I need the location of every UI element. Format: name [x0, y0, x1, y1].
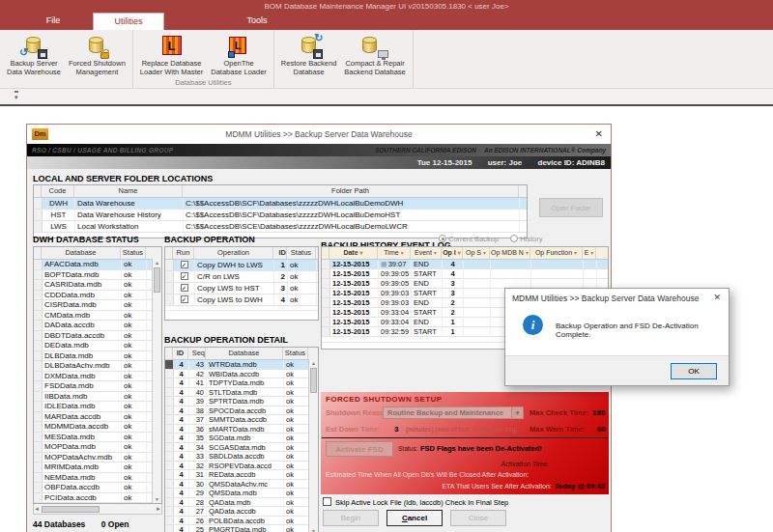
detail-row[interactable]: 4 25 PMGRTData.mdb ok: [165, 525, 318, 532]
scroll-down-icon[interactable]: ▼: [153, 496, 161, 502]
tab-file[interactable]: File: [31, 13, 75, 30]
scroll-right-icon[interactable]: ►: [156, 506, 161, 512]
detail-row[interactable]: 4 40 STLTData.mdb ok: [165, 388, 318, 398]
column-header-op-s[interactable]: Op S: [463, 247, 490, 259]
column-header-database[interactable]: Database: [42, 247, 121, 259]
shutdown-reason-select[interactable]: Routine Backup and Maintenance ▾: [383, 406, 524, 419]
detail-row[interactable]: 4 41 TDPTYData.mdb ok: [165, 378, 318, 388]
open-database-loader-button[interactable]: L OpenThe Database Loader: [207, 32, 271, 77]
detail-row[interactable]: 4 29 QMSData.mdb ok: [165, 489, 318, 498]
database-row[interactable]: OBFData.accdb ok: [34, 483, 161, 493]
detail-row[interactable]: 4 30 QMSDataAchv.mc ok: [165, 480, 318, 490]
scrollbar-vertical[interactable]: ▲ ▼: [308, 359, 318, 532]
column-header-e[interactable]: E: [583, 247, 596, 259]
compact-repair-backend-database-button[interactable]: Compact & Repair Backend Database: [340, 32, 409, 77]
column-header-event[interactable]: Event: [411, 247, 442, 259]
detail-row[interactable]: 4 32 RSOPEVData.accd ok: [165, 462, 318, 471]
chevron-down-icon[interactable]: ▾: [511, 407, 523, 418]
radio-history[interactable]: [510, 235, 518, 242]
ok-button[interactable]: OK: [671, 363, 717, 379]
run-checkbox[interactable]: ✓: [181, 284, 188, 292]
detail-row[interactable]: 4 27 QAData.accdb ok: [165, 507, 318, 517]
forced-shutdown-management-button[interactable]: Forced Shutdown Management: [65, 32, 129, 77]
scroll-left-icon[interactable]: ◄: [34, 506, 40, 512]
database-row[interactable]: DLBDataAchv.mdb ok: [34, 361, 161, 372]
database-row[interactable]: MRIMData.mdb ok: [34, 462, 161, 473]
detail-row[interactable]: 4 39 SPTRTData.mdb ok: [165, 397, 318, 406]
scroll-thumb[interactable]: [42, 506, 100, 513]
column-header-op-id[interactable]: Op I: [442, 247, 463, 259]
database-row[interactable]: CMData.mdb ok: [34, 311, 161, 322]
database-row[interactable]: CISRData.mdb ok: [34, 300, 161, 311]
close-icon[interactable]: ✕: [595, 125, 603, 144]
scroll-up-icon[interactable]: ▲: [309, 360, 318, 366]
tab-tools[interactable]: Tools: [230, 13, 284, 30]
detail-row[interactable]: 4 28 QAData.mdb ok: [165, 498, 318, 508]
close-icon[interactable]: ✕: [713, 293, 721, 302]
database-row[interactable]: FSDData.mdb ok: [34, 381, 161, 392]
database-row[interactable]: IDLEData.mdb ok: [34, 402, 161, 412]
operation-row[interactable]: ✓ Copy LWS to HST 3 ok: [165, 283, 318, 294]
folder-row[interactable]: DWH Data Warehouse C:\$$AccessDB\SCF\Dat…: [34, 198, 527, 210]
database-row[interactable]: MARData.accdb ok: [34, 412, 161, 423]
operation-row[interactable]: ✓ Copy LWS to DWH 4 ok: [165, 294, 318, 306]
detail-row[interactable]: 4 42 WBIData.accdb ok: [165, 370, 318, 379]
replace-database-loader-button[interactable]: L Replace Database Loader With Master: [136, 32, 207, 77]
detail-row[interactable]: 4 43 WTRData.mdb ok: [165, 360, 318, 370]
database-row[interactable]: BOPTData.mdb ok: [34, 270, 161, 281]
skip-lock-checkbox[interactable]: [323, 497, 331, 506]
column-header-time[interactable]: Time: [378, 247, 411, 259]
toolbar-customize-icon[interactable]: ▾: [14, 91, 18, 101]
run-checkbox[interactable]: ✓: [181, 272, 188, 280]
database-row[interactable]: MOPDataAchv.mdb ok: [34, 453, 161, 463]
event-row[interactable]: 12-15-2015 39:07 END 4: [322, 260, 608, 269]
column-header-date[interactable]: Date: [329, 247, 378, 259]
operation-row[interactable]: ✓ C/R on LWS 2 ok: [165, 271, 318, 283]
database-row[interactable]: IIBData.mdb ok: [34, 392, 161, 403]
database-row[interactable]: DEData.mdb ok: [34, 341, 161, 351]
radio-current-backup[interactable]: [439, 235, 446, 242]
database-row[interactable]: CASRIData.mdb ok: [34, 280, 161, 291]
activate-fsd-button[interactable]: Activate FSD: [326, 441, 393, 457]
operation-row[interactable]: ✓ Copy DWH to LWS 1 ok: [165, 260, 318, 271]
database-row[interactable]: MESData.mdb ok: [34, 433, 161, 443]
column-header-seq[interactable]: Seq: [188, 348, 206, 359]
cancel-button[interactable]: Cancel: [386, 510, 443, 526]
column-header-database[interactable]: Database: [206, 348, 283, 359]
scrollbar-horizontal[interactable]: ◄ ►: [33, 504, 162, 515]
close-button[interactable]: Close: [450, 510, 506, 526]
detail-row[interactable]: 4 38 SPOCData.accdb ok: [165, 406, 318, 416]
column-header-op-mdb[interactable]: Op MDB N: [490, 247, 530, 259]
database-row[interactable]: PCIData.accdb ok: [34, 493, 161, 504]
detail-row[interactable]: 4 26 POLBData.accdb ok: [165, 517, 318, 526]
column-header-status[interactable]: Status: [287, 247, 316, 259]
detail-row[interactable]: 4 36 sMARTData.mdb ok: [165, 425, 318, 434]
column-header-run[interactable]: Run: [173, 247, 194, 259]
backup-server-data-warehouse-button[interactable]: ↺ Backup Server Data Warehouse: [3, 32, 65, 77]
folder-row[interactable]: HST Data Warehouse History C:\$$AccessDB…: [34, 210, 527, 221]
column-header-id[interactable]: ID: [273, 247, 287, 259]
database-row[interactable]: DXMData.mdb ok: [34, 372, 161, 382]
detail-row[interactable]: 4 31 REData.accdb ok: [165, 470, 318, 480]
column-header-id[interactable]: ID: [173, 348, 188, 359]
column-header-code[interactable]: Code: [42, 185, 74, 197]
database-row[interactable]: MDMMData.accdb ok: [34, 422, 161, 433]
database-row[interactable]: CDDData.mdb ok: [34, 291, 161, 301]
column-header-status[interactable]: Status: [283, 348, 308, 359]
database-row[interactable]: DLBData.mdb ok: [34, 351, 161, 362]
detail-row[interactable]: 4 37 SMMTData.accdb ok: [165, 415, 318, 425]
database-row[interactable]: NEMData.mdb ok: [34, 473, 161, 484]
run-checkbox[interactable]: ✓: [181, 295, 188, 303]
detail-row[interactable]: 4 35 SGData.mdb ok: [165, 434, 318, 443]
restore-backend-database-button[interactable]: ↻ Restore Backend Database: [277, 32, 341, 77]
scroll-down-icon[interactable]: ▼: [309, 528, 318, 532]
run-checkbox[interactable]: ✓: [181, 261, 188, 268]
tab-utilities[interactable]: Utilities: [93, 13, 164, 30]
column-header-status[interactable]: Status: [121, 247, 146, 259]
scroll-up-icon[interactable]: ▲: [153, 260, 161, 266]
detail-row[interactable]: 4 34 SCGASData.mdb ok: [165, 443, 318, 453]
scroll-thumb[interactable]: [310, 368, 317, 393]
column-header-folder-path[interactable]: Folder Path: [183, 185, 519, 197]
event-row[interactable]: 12-15-2015 09:39:05 START 4: [322, 269, 608, 279]
database-row[interactable]: DBDTData.accdb ok: [34, 331, 161, 342]
